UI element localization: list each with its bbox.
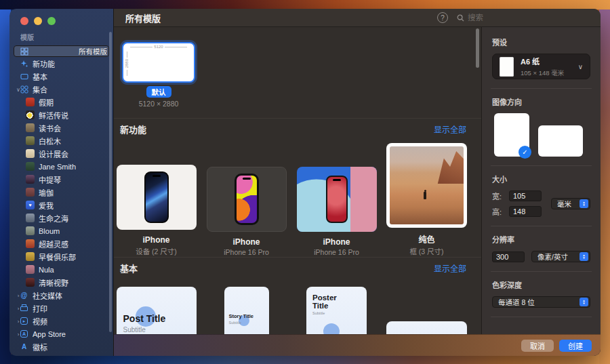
template-card-iphone-device[interactable]: iPhone 设备 (2 尺寸) (116, 165, 197, 256)
color-depth-select[interactable]: 每通道 8 位 ▲▼ (492, 296, 590, 308)
stepper-icon: ▲▼ (580, 199, 588, 208)
template-card-plain-frame[interactable]: 纯色 框 (3 尺寸) (386, 143, 467, 256)
stepper-icon: ▲▼ (580, 252, 588, 261)
orientation-portrait-option[interactable]: ✓ (494, 113, 529, 157)
content-scrollbar[interactable] (476, 28, 479, 68)
grid-icon (20, 47, 28, 56)
sidebar-item-fresh-legend[interactable]: 鲜活传说 (14, 108, 109, 121)
close-window-button[interactable] (20, 17, 28, 25)
sidebar-item-jane-smith[interactable]: Jane Smith (14, 160, 109, 173)
sidebar-item-social-media[interactable]: › @ 社交媒体 (14, 289, 109, 302)
fresh-legend-thumb (26, 110, 35, 119)
canvas-icon (20, 72, 28, 81)
search-input[interactable] (468, 14, 576, 22)
bloum-thumb (26, 226, 35, 235)
sidebar-item-love-me[interactable]: ♥爱我 (14, 199, 109, 211)
printer-icon (20, 304, 28, 312)
chevron-down-icon[interactable]: ∨ (15, 86, 22, 92)
holiday-thumb (26, 98, 35, 106)
height-dimension-annotation: 2880 (124, 52, 129, 76)
width-label: 宽: (492, 190, 506, 201)
sidebar-item-beyond-inspiration[interactable]: 超越灵感 (14, 237, 109, 250)
paper-icon (500, 57, 514, 77)
resolution-label: 分辨率 (492, 234, 590, 245)
main-area: 所有模版 ? 5120 2880 默认 5120 × 28 (114, 9, 601, 356)
sidebar-item-app-store[interactable]: › A App Store (14, 327, 109, 340)
iphone-device-artwork (117, 165, 197, 230)
sidebar-item-viola[interactable]: 中提琴 (14, 173, 109, 186)
templates-content: 5120 2880 默认 5120 × 2880 新功能 显示全部 (114, 27, 482, 356)
sidebar-item-book-club[interactable]: 读书会 (14, 121, 109, 134)
sidebar-item-new-features[interactable]: 新功能 (14, 57, 109, 70)
template-card-iphone-16-pro-dark[interactable]: iPhone iPhone 16 Pro (206, 167, 287, 256)
plain-frame-artwork (386, 143, 467, 228)
show-all-link[interactable]: 显示全部 (434, 123, 466, 135)
chevron-right-icon[interactable]: › (15, 292, 22, 298)
chevron-right-icon[interactable]: › (15, 331, 22, 337)
sidebar-item-design-expo[interactable]: 设计展会 (14, 147, 109, 160)
sidebar-section-label: 模版 (20, 32, 113, 42)
search-field[interactable] (457, 14, 592, 22)
width-input[interactable] (509, 190, 542, 201)
width-dimension-annotation: 5120 (130, 45, 187, 49)
sidebar: 模版 所有模版 新功能 基本 ∨ 集合 假期 鲜活传说 读书会 白松木 设计展会… (9, 9, 114, 356)
template-card-iphone-16-pro-art[interactable]: iPhone iPhone 16 Pro (296, 167, 377, 256)
default-dimensions-text: 5120 × 2880 (139, 100, 179, 108)
settings-panel: 预设 A6 纸 105 × 148 毫米 ∨ 图像方向 ✓ (482, 27, 601, 356)
sidebar-item-logo[interactable]: A 徽标 (14, 340, 109, 353)
jane-smith-thumb (26, 162, 35, 171)
window-header: 所有模版 ? (114, 9, 601, 27)
orientation-landscape-option[interactable] (538, 125, 583, 157)
default-template-thumbnail[interactable]: 5120 2880 (122, 42, 195, 83)
height-input[interactable] (509, 206, 542, 217)
create-button[interactable]: 创建 (559, 340, 592, 352)
sidebar-item-collections[interactable]: ∨ 集合 (14, 83, 109, 96)
default-badge: 默认 (146, 86, 171, 98)
sidebar-item-basic[interactable]: 基本 (14, 70, 109, 83)
resolution-input[interactable] (492, 251, 525, 262)
sidebar-item-video[interactable]: › ▸ 视频 (14, 315, 109, 327)
sidebar-scrollbar[interactable] (109, 32, 112, 332)
chevron-down-icon: ∨ (578, 63, 583, 70)
orientation-label: 图像方向 (492, 96, 590, 107)
height-label: 高: (492, 206, 506, 217)
sidebar-item-resume[interactable]: 简历 (14, 353, 109, 356)
beyond-inspiration-thumb (26, 239, 35, 248)
sidebar-item-nula[interactable]: Nula (14, 263, 109, 276)
preset-name: A6 纸 (521, 56, 564, 66)
default-template-section: 5120 2880 默认 5120 × 2880 (114, 27, 481, 119)
dialog-footer: 取消 创建 (114, 334, 601, 356)
sidebar-item-clear-vision[interactable]: 清晰视野 (14, 276, 109, 289)
size-unit-select[interactable]: 毫米 ▲▼ (551, 198, 590, 209)
white-pine-thumb (26, 136, 35, 145)
sidebar-item-yoga[interactable]: 瑜伽 (14, 186, 109, 199)
iphone-16-pro-art-artwork (297, 167, 377, 232)
sea-of-life-thumb (26, 214, 35, 222)
section-title: 基本 (120, 262, 138, 275)
help-button[interactable]: ? (437, 12, 448, 23)
iphone-16-pro-artwork (207, 167, 287, 232)
viola-thumb (26, 175, 35, 184)
sidebar-item-print[interactable]: › 打印 (14, 302, 109, 315)
size-label: 大小 (492, 174, 590, 184)
sidebar-item-breakfast-club[interactable]: 早餐俱乐部 (14, 250, 109, 263)
chevron-right-icon[interactable]: › (15, 318, 22, 324)
sidebar-item-all-templates[interactable]: 所有模版 (14, 45, 109, 57)
sidebar-item-holiday[interactable]: 假期 (14, 96, 109, 108)
nula-thumb (26, 265, 35, 274)
minimize-window-button[interactable] (34, 17, 42, 25)
traffic-lights (20, 17, 56, 25)
cancel-button[interactable]: 取消 (521, 340, 554, 352)
stepper-icon: ▲▼ (580, 298, 588, 306)
resolution-unit-select[interactable]: 像素/英寸 ▲▼ (531, 251, 590, 262)
show-all-link[interactable]: 显示全部 (434, 262, 466, 274)
breakfast-club-thumb (26, 252, 35, 261)
sidebar-item-sea-of-life[interactable]: 生命之海 (14, 211, 109, 224)
sidebar-item-bloum[interactable]: Bloum (14, 224, 109, 237)
sidebar-item-white-pine[interactable]: 白松木 (14, 134, 109, 147)
preset-dropdown[interactable]: A6 纸 105 × 148 毫米 ∨ (492, 54, 590, 79)
clear-vision-thumb (26, 278, 35, 287)
zoom-window-button[interactable] (47, 17, 56, 25)
magnifier-icon (457, 14, 464, 22)
default-template[interactable]: 5120 2880 默认 5120 × 2880 (121, 42, 197, 108)
